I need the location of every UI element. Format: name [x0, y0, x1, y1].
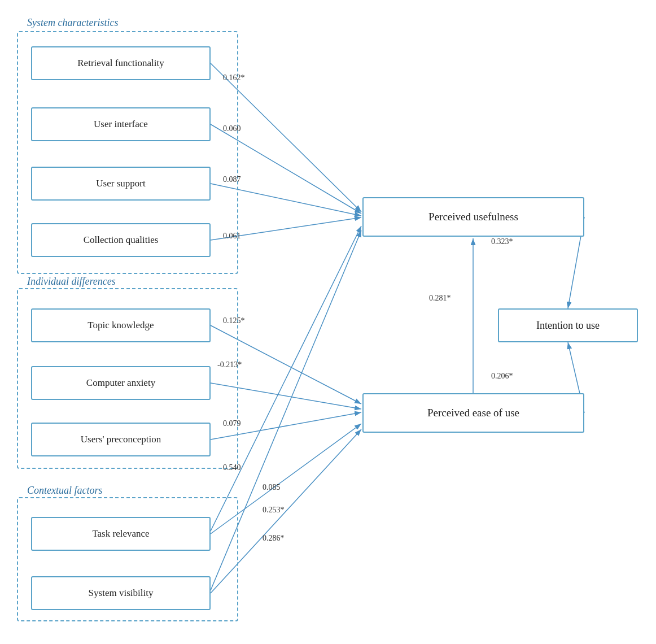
- path-label-7: 0.079: [223, 419, 241, 428]
- diagram-container: System characteristics Individual differ…: [0, 0, 656, 644]
- node-label-task-relevance: Task relevance: [92, 528, 149, 539]
- node-label-perceived-ease-of-use: Perceived ease of use: [427, 407, 519, 419]
- path-label-9: 0.085: [263, 483, 281, 492]
- path-label-5: 0.125*: [223, 316, 245, 325]
- node-label-intention-to-use: Intention to use: [536, 320, 600, 332]
- node-label-computer-anxiety: Computer anxiety: [86, 377, 155, 389]
- node-users-preconception: Users' preconception: [31, 423, 211, 456]
- node-user-support: User support: [31, 167, 211, 201]
- path-label-10: 0.253*: [263, 506, 285, 515]
- node-topic-knowledge: Topic knowledge: [31, 308, 211, 342]
- node-label-system-visibility: System visibility: [89, 588, 154, 599]
- path-label-14: 0.281*: [429, 294, 451, 303]
- path-label-8: 0.540: [223, 463, 241, 472]
- node-label-retrieval-functionality: Retrieval functionality: [77, 58, 164, 69]
- path-label-4: 0.061: [223, 232, 241, 241]
- path-label-13: 0.206*: [491, 372, 513, 381]
- node-label-users-preconception: Users' preconception: [81, 434, 161, 445]
- node-user-interface: User interface: [31, 107, 211, 141]
- node-retrieval-functionality: Retrieval functionality: [31, 46, 211, 80]
- label-contextual-factors: Contextual factors: [27, 485, 103, 497]
- node-label-topic-knowledge: Topic knowledge: [88, 320, 154, 331]
- path-label-1: 0.162*: [223, 73, 245, 82]
- path-label-3: 0.087: [223, 175, 241, 184]
- path-label-12: 0.323*: [491, 237, 513, 246]
- path-label-6: -0.213*: [217, 360, 242, 369]
- label-individual-differences: Individual differences: [27, 276, 116, 288]
- node-intention-to-use: Intention to use: [498, 308, 638, 342]
- node-task-relevance: Task relevance: [31, 517, 211, 551]
- path-label-2: 0.060: [223, 124, 241, 133]
- path-label-11: 0.286*: [263, 534, 285, 543]
- node-perceived-usefulness: Perceived usefulness: [362, 197, 584, 237]
- node-collection-qualities: Collection qualities: [31, 223, 211, 257]
- node-system-visibility: System visibility: [31, 576, 211, 610]
- node-label-user-support: User support: [96, 178, 145, 189]
- node-perceived-ease-of-use: Perceived ease of use: [362, 393, 584, 433]
- node-label-perceived-usefulness: Perceived usefulness: [428, 211, 518, 223]
- label-system-characteristics: System characteristics: [27, 17, 118, 29]
- node-computer-anxiety: Computer anxiety: [31, 366, 211, 400]
- node-label-collection-qualities: Collection qualities: [84, 234, 159, 246]
- node-label-user-interface: User interface: [94, 119, 148, 130]
